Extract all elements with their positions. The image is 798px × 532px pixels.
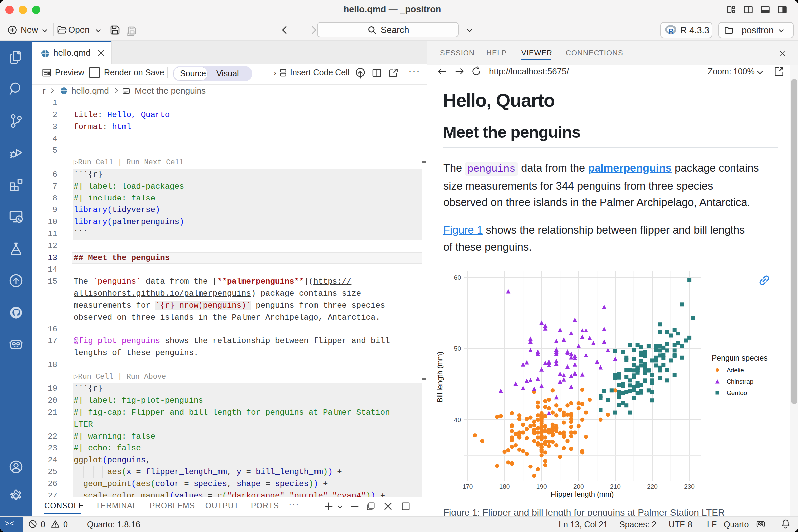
svg-text:170: 170 bbox=[462, 483, 473, 490]
svg-text:60: 60 bbox=[454, 274, 461, 281]
svg-text:Bill length (mm): Bill length (mm) bbox=[436, 352, 444, 403]
svg-text:180: 180 bbox=[499, 483, 510, 490]
svg-text:210: 210 bbox=[610, 483, 621, 490]
svg-text:Penguin species: Penguin species bbox=[711, 354, 768, 362]
svg-text:220: 220 bbox=[647, 483, 658, 490]
svg-text:40: 40 bbox=[454, 416, 461, 423]
svg-text:190: 190 bbox=[536, 483, 547, 490]
svg-text:Adelie: Adelie bbox=[726, 367, 744, 374]
svg-text:50: 50 bbox=[454, 345, 461, 352]
svg-text:200: 200 bbox=[573, 483, 584, 490]
svg-text:230: 230 bbox=[684, 483, 695, 490]
svg-text:Chinstrap: Chinstrap bbox=[726, 378, 754, 385]
svg-text:Gentoo: Gentoo bbox=[726, 390, 747, 396]
svg-text:Flipper length (mm): Flipper length (mm) bbox=[551, 490, 614, 498]
svg-text:R: R bbox=[669, 27, 673, 35]
